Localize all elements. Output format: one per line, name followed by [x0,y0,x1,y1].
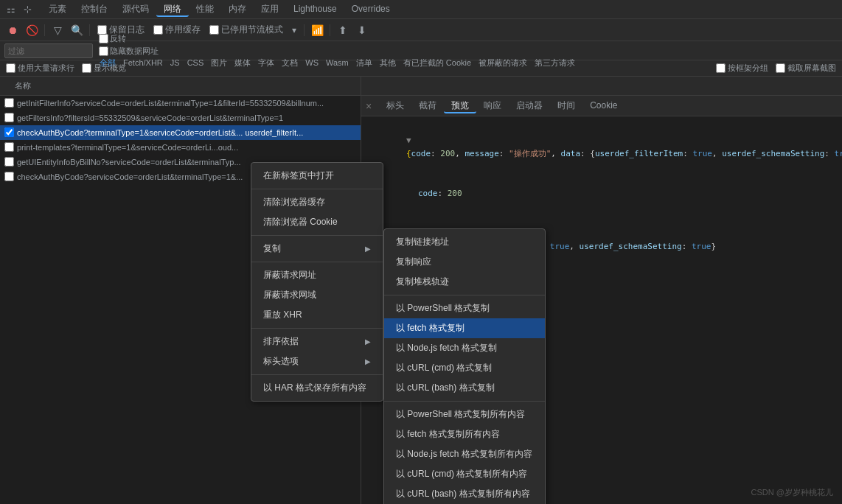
sub-ctx-item-copy-stack-trace[interactable]: 复制堆栈轨迹 [384,272,545,292]
filter-tag-图片[interactable]: 图片 [207,57,231,68]
sub-context-menu: 复制链接地址复制响应复制堆栈轨迹以 PowerShell 格式复制以 fetch… [383,228,546,504]
sub-ctx-item-copy-as-curl-cmd[interactable]: 以 cURL (cmd) 格式复制 [384,358,545,378]
devtools-icons: ⚏ ⊹ [4,3,34,16]
separator [44,24,45,36]
request-item[interactable]: checkAuthByCode?terminalType=1&serviceCo… [0,125,361,140]
close-panel-button[interactable]: × [366,100,372,112]
request-item[interactable]: getInitFilterInfo?serviceCode=orderList&… [0,96,361,111]
ctx-item-clear-browser-cache[interactable]: 清除浏览器缓存 [251,192,383,212]
submenu-arrow: ▶ [365,245,371,253]
filter-tag-被屏蔽的请求[interactable]: 被屏蔽的请求 [475,57,531,68]
sub-ctx-item-copy-all-as-curl-cmd[interactable]: 以 cURL (cmd) 格式复制所有内容 [384,464,545,484]
panel-tab-initiator[interactable]: 启动器 [509,99,550,112]
menu-tab-elements[interactable]: 元素 [41,2,74,15]
menu-tab-source[interactable]: 源代码 [115,2,156,15]
context-menu: 在新标签页中打开清除浏览器缓存清除浏览器 Cookie复制▶屏蔽请求网址屏蔽请求… [251,162,383,402]
sub-ctx-item-copy-all-as-fetch[interactable]: 以 fetch 格式复制所有内容 [384,424,545,444]
panel-tab-response[interactable]: 响应 [476,99,509,112]
ctx-separator [251,262,383,262]
sub-ctx-item-copy-response[interactable]: 复制响应 [384,252,545,272]
filter-tag-媒体[interactable]: 媒体 [231,57,254,68]
clear-button[interactable]: 🚫 [24,22,40,38]
panel-tab-timing[interactable]: 时间 [550,99,582,112]
request-name: checkAuthByCode?terminalType=1&serviceCo… [17,128,356,137]
expand-icon-1[interactable]: ▼ [406,136,411,145]
panel-tab-payload[interactable]: 截荷 [411,99,444,112]
filter-tag-Wasm[interactable]: Wasm [322,57,352,68]
ctx-separator [251,235,383,236]
show-overview-label[interactable]: 显示概览 [82,63,126,74]
filter-chip-0[interactable]: 反转 [96,32,579,45]
ctx-item-open-new-tab[interactable]: 在新标签页中打开 [251,166,383,186]
request-name: getInitFilterInfo?serviceCode=orderList&… [17,99,356,108]
filter-tag-清单[interactable]: 清单 [352,57,376,68]
submenu-arrow: ▶ [365,337,371,346]
sub-ctx-item-copy-all-as-nodejs-fetch[interactable]: 以 Node.js fetch 格式复制所有内容 [384,444,545,464]
panel-tab-preview[interactable]: 预览 [444,99,476,113]
sub-ctx-item-copy-as-curl-bash[interactable]: 以 cURL (bash) 格式复制 [384,378,545,398]
filter-tag-其他[interactable]: 其他 [376,57,400,68]
filter-tag-文档[interactable]: 文档 [278,57,302,68]
search-icon[interactable]: 🔍 [69,22,85,38]
show-overview-checkbox[interactable] [82,63,91,73]
ctx-item-block-request-domain[interactable]: 屏蔽请求网域 [251,285,383,305]
sub-ctx-item-copy-link-address[interactable]: 复制链接地址 [384,232,545,252]
large-requests-label[interactable]: 使用大量请求行 [6,63,74,74]
group-by-frame-checkbox[interactable] [716,63,726,73]
filter-input[interactable] [4,43,93,58]
cursor-icon[interactable]: ⊹ [21,3,34,16]
sub-ctx-item-copy-as-powershell[interactable]: 以 PowerShell 格式复制 [384,298,545,318]
filter-tag-CSS[interactable]: CSS [184,57,208,68]
sub-ctx-item-copy-as-nodejs-fetch[interactable]: 以 Node.js fetch 格式复制 [384,338,545,358]
ctx-item-copy[interactable]: 复制▶ [251,239,383,259]
filter-icon[interactable]: ▽ [49,22,66,38]
menu-tab-lighthouse[interactable]: Lighthouse [286,2,344,15]
ctx-item-sort-by[interactable]: 排序依据▶ [251,332,383,351]
sub-ctx-item-copy-as-fetch[interactable]: 以 fetch 格式复制 [384,318,545,338]
json-line-1: ▼ {code: 200, message: "操作成功", data: {us… [367,121,842,174]
options-left: 使用大量请求行 显示概览 [6,63,126,74]
filter-tag-WS[interactable]: WS [302,57,322,68]
menu-tab-memory[interactable]: 内存 [221,2,254,15]
ctx-item-header-options[interactable]: 标头选项▶ [251,351,383,371]
name-label: 名称 [15,80,31,91]
sub-ctx-item-copy-all-as-powershell[interactable]: 以 PowerShell 格式复制所有内容 [384,405,545,424]
ctx-item-clear-browser-cookies[interactable]: 清除浏览器 Cookie [251,212,383,232]
json-line-2: code: 200 [367,174,842,214]
menu-tab-application[interactable]: 应用 [254,2,286,15]
sub-ctx-separator [384,295,545,295]
panel-tab-headers[interactable]: 标头 [379,99,411,112]
screenshot-label[interactable]: 截取屏幕截图 [776,63,836,74]
menu-tab-network[interactable]: 网络 [156,2,189,17]
menu-bar: ⚏ ⊹ 元素控制台源代码网络性能内存应用LighthouseOverrides [0,0,842,19]
menu-tab-performance[interactable]: 性能 [189,2,221,15]
ctx-item-block-request-url[interactable]: 屏蔽请求网址 [251,265,383,285]
menu-tab-overrides[interactable]: Overrides [344,2,397,15]
request-item[interactable]: print-templates?terminalType=1&serviceCo… [0,140,361,155]
screenshot-checkbox[interactable] [776,63,785,73]
panel-tabs-container: 标头截荷预览响应启动器时间Cookie [379,99,624,112]
filter-tag-JS[interactable]: JS [167,57,184,68]
group-by-frame-label[interactable]: 按框架分组 [716,63,768,74]
filter-tag-有已拦截的 Cookie[interactable]: 有已拦截的 Cookie [400,57,475,68]
ctx-separator [251,374,383,375]
record-button[interactable]: ⏺ [4,22,21,38]
dock-icon[interactable]: ⚏ [4,3,18,16]
filter-tag-第三方请求[interactable]: 第三方请求 [531,57,579,68]
filter-chip-1[interactable]: 隐藏数据网址 [96,45,579,57]
filter-tag-字体[interactable]: 字体 [254,57,278,68]
large-requests-text: 使用大量请求行 [18,63,74,74]
sub-ctx-item-copy-all-as-curl-bash[interactable]: 以 cURL (bash) 格式复制所有内容 [384,484,545,504]
group-by-frame-text: 按框架分组 [728,63,768,74]
col-headers-row: 名称 [0,77,842,96]
menu-tab-console[interactable]: 控制台 [74,2,115,15]
name-column-header: 名称 [0,77,361,95]
ctx-item-replay-xhr[interactable]: 重放 XHR [251,305,383,325]
ctx-item-save-har[interactable]: 以 HAR 格式保存所有内容 [251,378,383,398]
panel-tab-cookie[interactable]: Cookie [582,99,624,112]
request-item[interactable]: getFiltersInfo?filtersId=55332509&servic… [0,111,361,125]
large-requests-checkbox[interactable] [6,63,15,73]
right-col-header [361,77,842,95]
filter-tag-Fetch/XHR[interactable]: Fetch/XHR [119,57,167,68]
request-name: getFiltersInfo?filtersId=55332509&servic… [17,113,356,122]
